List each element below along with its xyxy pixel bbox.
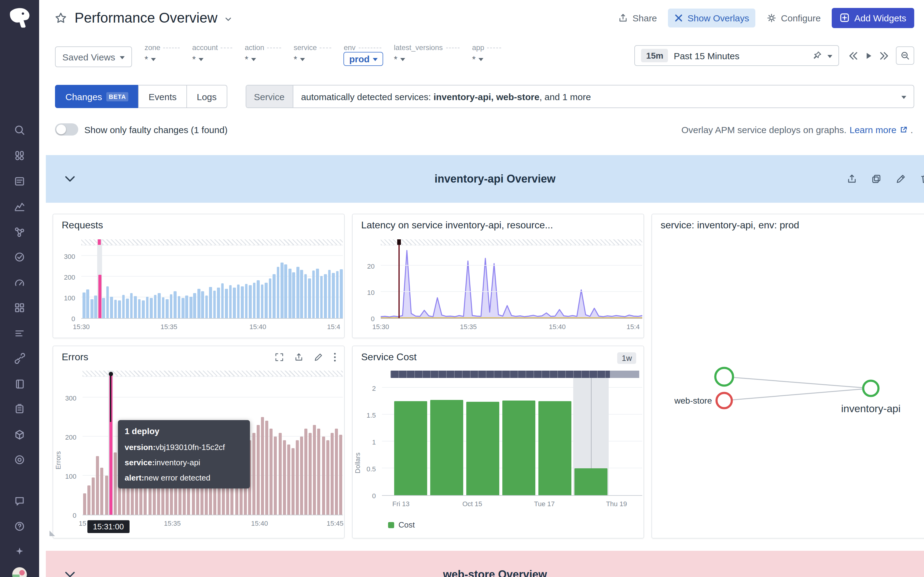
bar[interactable] xyxy=(281,263,283,318)
share-button[interactable]: Share xyxy=(612,8,663,27)
bar[interactable] xyxy=(110,297,113,318)
favorite-star-icon[interactable] xyxy=(54,11,67,24)
bar[interactable] xyxy=(320,276,323,318)
export-icon[interactable] xyxy=(294,352,304,362)
bar[interactable] xyxy=(237,285,239,318)
bar[interactable] xyxy=(225,288,228,318)
bar[interactable] xyxy=(466,402,499,495)
add-widgets-button[interactable]: Add Widgets xyxy=(832,8,914,28)
bar[interactable] xyxy=(96,456,99,515)
cost-chart-plot[interactable] xyxy=(382,378,642,496)
bar[interactable] xyxy=(265,282,267,318)
template-var-service[interactable]: service * xyxy=(294,44,331,66)
bar[interactable] xyxy=(209,287,212,318)
bar[interactable] xyxy=(336,271,339,318)
bar[interactable] xyxy=(296,266,299,318)
bar[interactable] xyxy=(118,300,121,318)
bar[interactable] xyxy=(300,270,303,318)
bar[interactable] xyxy=(274,437,277,515)
collapse-chevron-icon[interactable] xyxy=(63,567,77,577)
bar[interactable] xyxy=(313,425,316,515)
bar[interactable] xyxy=(201,292,204,318)
ci-pipelines-icon[interactable] xyxy=(11,350,27,366)
bar[interactable] xyxy=(106,287,109,318)
bar[interactable] xyxy=(430,400,463,495)
bar[interactable] xyxy=(162,297,165,318)
faulty-changes-toggle[interactable] xyxy=(55,123,78,135)
bar[interactable] xyxy=(326,440,329,515)
bar[interactable] xyxy=(94,296,97,318)
bar[interactable] xyxy=(113,452,116,515)
bar[interactable] xyxy=(304,274,307,318)
external-link-icon[interactable] xyxy=(900,126,908,134)
tab-changes[interactable]: Changes BETA xyxy=(55,85,139,108)
bar[interactable] xyxy=(538,401,571,495)
bar[interactable] xyxy=(245,284,247,318)
notebooks-icon[interactable] xyxy=(11,376,27,392)
saved-views-dropdown[interactable]: Saved Views xyxy=(55,47,132,67)
bar[interactable] xyxy=(335,429,338,515)
bar[interactable] xyxy=(502,401,535,495)
service-map-icon[interactable] xyxy=(11,224,27,240)
bar[interactable] xyxy=(174,291,176,318)
bar[interactable] xyxy=(158,293,160,318)
bar[interactable] xyxy=(181,298,184,318)
bar[interactable] xyxy=(257,425,260,515)
bar[interactable] xyxy=(340,269,342,318)
node-label-inventory-api[interactable]: inventory-api xyxy=(841,403,901,414)
collapse-chevron-icon[interactable] xyxy=(63,172,77,186)
tab-logs[interactable]: Logs xyxy=(186,85,227,108)
service-catalog-icon[interactable] xyxy=(11,427,27,443)
bar[interactable] xyxy=(308,278,311,318)
bar[interactable] xyxy=(304,429,307,515)
bar[interactable] xyxy=(284,265,287,318)
time-range-picker[interactable]: 15m Past 15 Minutes xyxy=(635,45,839,66)
bar[interactable] xyxy=(276,266,279,318)
bar[interactable] xyxy=(261,285,263,318)
bar[interactable] xyxy=(154,295,157,318)
bar[interactable] xyxy=(205,296,208,318)
bar[interactable] xyxy=(300,437,303,515)
bar[interactable] xyxy=(309,433,312,515)
bar[interactable] xyxy=(268,278,271,318)
kebab-menu-icon[interactable] xyxy=(333,352,337,362)
bar[interactable] xyxy=(394,401,427,495)
datadog-logo-icon[interactable] xyxy=(6,5,33,32)
configure-button[interactable]: Configure xyxy=(760,8,827,27)
template-var-zone[interactable]: zone * xyxy=(145,44,180,66)
template-var-action[interactable]: action * xyxy=(245,44,281,66)
bar[interactable] xyxy=(114,300,117,318)
export-icon[interactable] xyxy=(846,173,858,184)
skip-back-icon[interactable] xyxy=(848,50,858,61)
delete-icon[interactable] xyxy=(920,173,924,184)
bar[interactable] xyxy=(574,468,607,495)
skip-forward-icon[interactable] xyxy=(879,50,890,61)
chevron-down-icon[interactable] xyxy=(827,55,832,58)
template-var-env[interactable]: env prod xyxy=(344,44,382,66)
bar[interactable] xyxy=(142,300,145,318)
bar[interactable] xyxy=(257,280,259,318)
node-web-store-error[interactable] xyxy=(717,393,732,408)
bar[interactable] xyxy=(252,433,255,515)
template-var-account[interactable]: account * xyxy=(192,44,233,66)
profiling-icon[interactable] xyxy=(11,326,27,341)
bar[interactable] xyxy=(134,296,137,318)
bar[interactable] xyxy=(317,429,320,515)
bar[interactable] xyxy=(287,445,290,515)
bar[interactable] xyxy=(99,274,101,318)
integrations-icon[interactable] xyxy=(11,300,27,316)
bar[interactable] xyxy=(213,291,216,318)
user-avatar[interactable] xyxy=(11,567,27,577)
bar[interactable] xyxy=(102,298,105,318)
bar[interactable] xyxy=(291,448,294,515)
bar[interactable] xyxy=(249,285,252,318)
node-label-web-store[interactable]: web-store xyxy=(674,396,712,405)
synthetics-icon[interactable] xyxy=(11,275,27,291)
widget-service-cost[interactable]: Service Cost 1w Dollars 00.511.52 Fri 13… xyxy=(352,346,644,538)
security-icon[interactable] xyxy=(11,452,27,468)
bar[interactable] xyxy=(229,285,232,318)
edit-icon[interactable] xyxy=(313,352,323,362)
title-chevron-icon[interactable] xyxy=(224,15,233,24)
resize-handle[interactable] xyxy=(50,530,55,536)
bar[interactable] xyxy=(283,440,286,515)
